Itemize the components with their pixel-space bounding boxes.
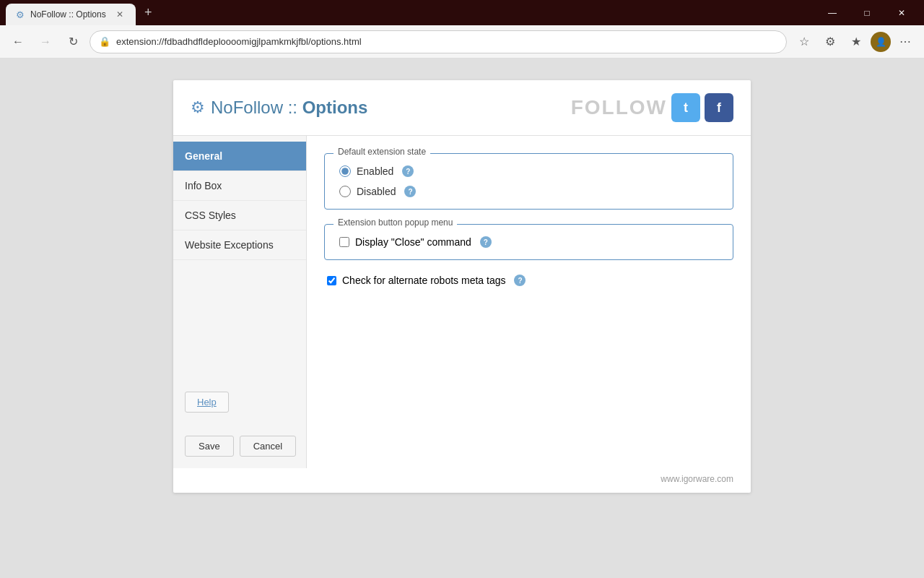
robots-help-badge[interactable]: ? xyxy=(514,275,526,286)
robots-label[interactable]: Check for alternate robots meta tags xyxy=(342,275,505,286)
close-button[interactable]: ✕ xyxy=(885,1,918,25)
window-controls: — □ ✕ xyxy=(816,1,918,25)
toolbar-actions: ☆ ⚙ ★ 👤 ⋯ xyxy=(793,30,917,53)
disabled-label[interactable]: Disabled xyxy=(357,186,396,197)
sidebar-item-css-styles[interactable]: CSS Styles xyxy=(173,201,306,230)
page-title: ⚙ NoFollow :: Options xyxy=(191,98,367,118)
cancel-button[interactable]: Cancel xyxy=(240,436,296,457)
disabled-option: Disabled ? xyxy=(339,186,718,197)
page-background: ⚙ NoFollow :: Options FOLLOW t f General… xyxy=(0,59,924,514)
close-command-help-badge[interactable]: ? xyxy=(480,236,492,248)
browser-toolbar: ← → ↻ 🔒 extension://fdbadhdfldeploooomig… xyxy=(0,25,924,59)
options-body: General Info Box CSS Styles Website Exce… xyxy=(173,136,751,468)
lock-icon: 🔒 xyxy=(99,36,110,47)
sidebar: General Info Box CSS Styles Website Exce… xyxy=(173,136,307,468)
title-icon: ⚙ xyxy=(191,98,205,117)
title-prefix: NoFollow :: xyxy=(211,98,302,117)
reload-button[interactable]: ↻ xyxy=(62,31,84,53)
title-bold: Options xyxy=(302,98,368,117)
browser-titlebar: ⚙ NoFollow :: Options ✕ + — □ ✕ xyxy=(0,0,924,25)
enabled-radio[interactable] xyxy=(339,165,351,177)
bookmark-button[interactable]: ☆ xyxy=(793,30,816,53)
follow-text: FOLLOW xyxy=(571,96,667,119)
new-tab-button[interactable]: + xyxy=(140,5,157,20)
address-bar[interactable]: 🔒 extension://fdbadhdfldeploooomigjlpamk… xyxy=(90,30,787,53)
disabled-help-badge[interactable]: ? xyxy=(404,186,416,197)
profile-avatar[interactable]: 👤 xyxy=(871,32,891,52)
header-social: FOLLOW t f xyxy=(571,93,733,122)
robots-option: Check for alternate robots meta tags ? xyxy=(324,275,733,286)
forward-button[interactable]: → xyxy=(35,31,56,53)
default-state-legend: Default extension state xyxy=(334,147,430,157)
enabled-option: Enabled ? xyxy=(339,165,718,177)
sidebar-item-website-exceptions[interactable]: Website Exceptions xyxy=(173,230,306,260)
options-panel: ⚙ NoFollow :: Options FOLLOW t f General… xyxy=(173,80,751,493)
close-command-checkbox[interactable] xyxy=(339,237,349,247)
back-button[interactable]: ← xyxy=(7,31,29,53)
enabled-help-badge[interactable]: ? xyxy=(402,165,414,177)
title-text: NoFollow :: Options xyxy=(211,98,367,118)
close-command-label[interactable]: Display "Close" command xyxy=(355,236,471,248)
menu-button[interactable]: ⋯ xyxy=(894,30,917,53)
twitter-button[interactable]: t xyxy=(671,93,700,122)
disabled-radio[interactable] xyxy=(339,186,351,197)
extension-button[interactable]: ⚙ xyxy=(819,30,842,53)
minimize-button[interactable]: — xyxy=(816,1,849,25)
main-content: Default extension state Enabled ? Disabl… xyxy=(307,136,751,468)
footer-credit: www.igorware.com xyxy=(173,468,751,493)
sidebar-help: Help xyxy=(173,380,306,424)
sidebar-item-info-box[interactable]: Info Box xyxy=(173,171,306,201)
close-command-option: Display "Close" command ? xyxy=(339,236,718,248)
maximize-button[interactable]: □ xyxy=(850,1,884,25)
help-link[interactable]: Help xyxy=(185,392,229,413)
url-text: extension://fdbadhdfldeploooomigjlpamkmk… xyxy=(116,36,777,47)
enabled-label[interactable]: Enabled xyxy=(357,165,393,177)
tab-close-button[interactable]: ✕ xyxy=(114,9,126,20)
save-button[interactable]: Save xyxy=(185,436,234,457)
robots-checkbox[interactable] xyxy=(327,276,336,285)
options-header: ⚙ NoFollow :: Options FOLLOW t f xyxy=(173,80,751,136)
credit-text: www.igorware.com xyxy=(661,474,733,484)
tab-title: NoFollow :: Options xyxy=(30,9,108,20)
sidebar-buttons: Save Cancel xyxy=(173,424,306,468)
favorites-button[interactable]: ★ xyxy=(845,30,868,53)
default-state-fieldset: Default extension state Enabled ? Disabl… xyxy=(324,153,733,210)
sidebar-item-general[interactable]: General xyxy=(173,142,306,171)
popup-menu-legend: Extension button popup menu xyxy=(334,217,457,228)
browser-tabs: ⚙ NoFollow :: Options ✕ + xyxy=(6,0,157,25)
popup-menu-fieldset: Extension button popup menu Display "Clo… xyxy=(324,224,733,260)
tab-favicon: ⚙ xyxy=(16,9,25,20)
active-tab[interactable]: ⚙ NoFollow :: Options ✕ xyxy=(6,4,136,25)
facebook-button[interactable]: f xyxy=(705,93,733,122)
